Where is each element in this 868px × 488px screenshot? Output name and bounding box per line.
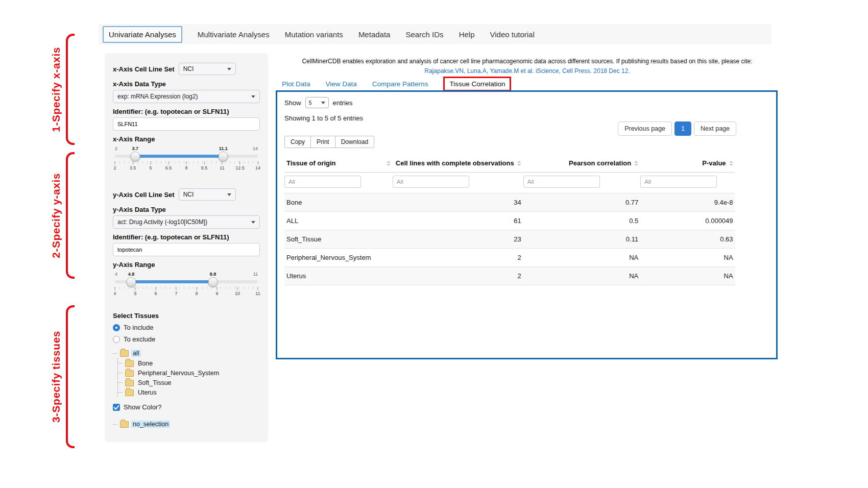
- y-range-label: y-Axis Range: [113, 261, 260, 269]
- tree-node-no-selection[interactable]: no_selection: [113, 419, 260, 429]
- page: 1-Specify x-axis 2-Specify y-axis 3-Spec…: [0, 0, 868, 488]
- next-page-button[interactable]: Next page: [694, 121, 736, 136]
- filter-cell-lines-input[interactable]: [393, 176, 469, 188]
- x-identifier-input[interactable]: [113, 117, 260, 131]
- nav-tab-mutation-variants[interactable]: Mutation variants: [285, 30, 343, 39]
- y-cell-line-set-select[interactable]: NCI: [179, 188, 236, 201]
- result-tabs: Plot Data View Data Compare Patterns Tis…: [282, 76, 511, 91]
- column-header-pearson-correlation[interactable]: Pearson correlation: [523, 155, 640, 173]
- slider-handle-to[interactable]: [219, 152, 228, 161]
- nav-tab-search-ids[interactable]: Search IDs: [405, 30, 443, 39]
- column-header-p-value[interactable]: P-value: [640, 155, 735, 173]
- y-cell-line-set-value: NCI: [183, 191, 194, 198]
- slider-handle-from[interactable]: [130, 152, 140, 161]
- chevron-down-icon: [251, 95, 255, 98]
- tab-view-data[interactable]: View Data: [326, 80, 357, 88]
- page-1-button[interactable]: 1: [674, 121, 691, 136]
- to-exclude-option[interactable]: To exclude: [113, 333, 260, 345]
- tree-node-bone[interactable]: Bone: [118, 358, 260, 368]
- previous-page-button[interactable]: Previous page: [618, 121, 672, 136]
- filter-pvalue-input[interactable]: [640, 176, 717, 188]
- column-header-tissue-of-origin[interactable]: Tissue of origin: [284, 155, 393, 173]
- tree-node-peripheral-nervous-system[interactable]: Peripheral_Nervous_System: [118, 368, 260, 378]
- tree-node-uterus-label[interactable]: Uterus: [136, 389, 158, 396]
- slider-handle-from[interactable]: [126, 277, 136, 287]
- slider-fill: [135, 155, 223, 158]
- x-cell-line-set-select[interactable]: NCI: [179, 63, 236, 75]
- column-header-label: Cell lines with complete observations: [396, 159, 514, 167]
- x-identifier-label: Identifier: (e.g. topotecan or SLFN11): [113, 108, 260, 115]
- x-axis-range-slider[interactable]: 2 14 3.7 11.1 2 3.5 5 6.5 8 9.5 11 12.5 …: [115, 146, 258, 178]
- show-color-label: Show Color?: [124, 403, 161, 411]
- tick-label: 7: [175, 291, 177, 296]
- selection-tree: no_selection: [113, 419, 260, 429]
- y-data-type-select[interactable]: act: Drug Activity (-log10[IC50M]): [113, 215, 260, 229]
- y-data-type-value: act: Drug Activity (-log10[IC50M]): [117, 218, 207, 226]
- tab-tissue-correlation[interactable]: Tissue Correlation: [443, 77, 511, 91]
- filter-tissue-input[interactable]: [284, 176, 361, 188]
- tick-label: 9: [215, 291, 218, 296]
- tree-node-no-selection-label[interactable]: no_selection: [131, 421, 170, 428]
- folder-icon: [125, 380, 134, 386]
- folder-icon: [120, 421, 129, 428]
- tab-plot-data[interactable]: Plot Data: [282, 80, 310, 88]
- cell-pvalue: NA: [640, 249, 735, 267]
- tree-node-bone-label[interactable]: Bone: [136, 360, 154, 367]
- slider-min-label: 4: [115, 272, 117, 277]
- table-row[interactable]: Uterus 2 NA NA: [284, 267, 735, 285]
- x-data-type-select[interactable]: exp: mRNA Expression (log2): [113, 90, 260, 103]
- annotation-label-tissues: 3-Specify tissues: [50, 331, 62, 423]
- tree-node-all[interactable]: all: [113, 348, 260, 358]
- cell-tissue: Soft_Tissue: [284, 230, 393, 249]
- tree-connector: [113, 424, 117, 425]
- tree-node-uterus[interactable]: Uterus: [118, 387, 260, 397]
- table-row[interactable]: Soft_Tissue 23 0.11 0.63: [284, 230, 735, 249]
- table-row[interactable]: ALL 61 0.5 0.000049: [284, 212, 735, 230]
- tick-label: 12.5: [235, 165, 245, 170]
- nav-tab-multivariate-analyses[interactable]: Multivariate Analyses: [198, 30, 270, 39]
- tree-node-all-label[interactable]: all: [131, 350, 141, 357]
- sort-icon: [387, 161, 391, 166]
- tree-node-soft-tissue[interactable]: Soft_Tissue: [118, 378, 260, 387]
- page-size-select[interactable]: 5: [305, 97, 329, 108]
- slider-from-value: 3.7: [132, 146, 138, 151]
- citation-link[interactable]: Rajapakse.VN, Luna.A, Yamade.M et al. iS…: [278, 67, 776, 76]
- column-header-cell-lines[interactable]: Cell lines with complete observations: [393, 155, 523, 173]
- y-identifier-input[interactable]: [113, 243, 260, 256]
- tree-node-soft-tissue-label[interactable]: Soft_Tissue: [136, 379, 173, 386]
- nav-tab-univariate-analyses[interactable]: Univariate Analyses: [103, 26, 182, 43]
- to-include-option[interactable]: To include: [113, 322, 260, 333]
- cell-pearson: 0.77: [523, 193, 640, 212]
- cell-pearson: 0.5: [523, 212, 640, 230]
- download-button[interactable]: Download: [335, 136, 374, 148]
- slider-to-value: 8.8: [210, 272, 216, 277]
- slider-handle-to[interactable]: [208, 277, 218, 287]
- cell-pvalue: NA: [640, 267, 735, 285]
- nav-tab-help[interactable]: Help: [459, 30, 475, 39]
- x-data-type-label: x-Axis Data Type: [113, 80, 260, 88]
- folder-icon: [125, 360, 134, 367]
- nav-tab-metadata[interactable]: Metadata: [358, 30, 391, 39]
- cell-count: 61: [393, 212, 523, 230]
- cell-count: 34: [393, 193, 523, 212]
- tick-label: 6.5: [165, 165, 172, 170]
- table-row[interactable]: Peripheral_Nervous_System 2 NA NA: [284, 249, 735, 267]
- copy-button[interactable]: Copy: [284, 136, 311, 148]
- y-axis-range-slider[interactable]: 4 11 4.8 8.8 4 5 6 7 8 9 10 11: [115, 272, 258, 303]
- tree-connector: [113, 353, 117, 354]
- slider-ticks: 4 5 6 7 8 9 10 11: [115, 287, 258, 300]
- table-row[interactable]: Bone 34 0.77 9.4e-8: [284, 193, 735, 212]
- print-button[interactable]: Print: [310, 136, 335, 148]
- show-color-checkbox[interactable]: Show Color?: [113, 401, 260, 413]
- folder-icon: [120, 350, 129, 357]
- slider-track[interactable]: [115, 280, 258, 283]
- cell-pearson: NA: [523, 249, 640, 267]
- annotation-label-x-axis: 1-Specify x-axis: [50, 47, 62, 132]
- nav-tab-video-tutorial[interactable]: Video tutorial: [490, 30, 534, 39]
- tab-compare-patterns[interactable]: Compare Patterns: [372, 80, 428, 88]
- x-cell-line-set-label: x-Axis Cell Line Set: [113, 65, 175, 73]
- tree-node-pns-label[interactable]: Peripheral_Nervous_System: [136, 370, 221, 377]
- show-entries-control: Show 5 entries: [284, 97, 769, 108]
- filter-pearson-input[interactable]: [523, 176, 600, 188]
- annotation-step-3: 3-Specify tissues: [50, 305, 75, 448]
